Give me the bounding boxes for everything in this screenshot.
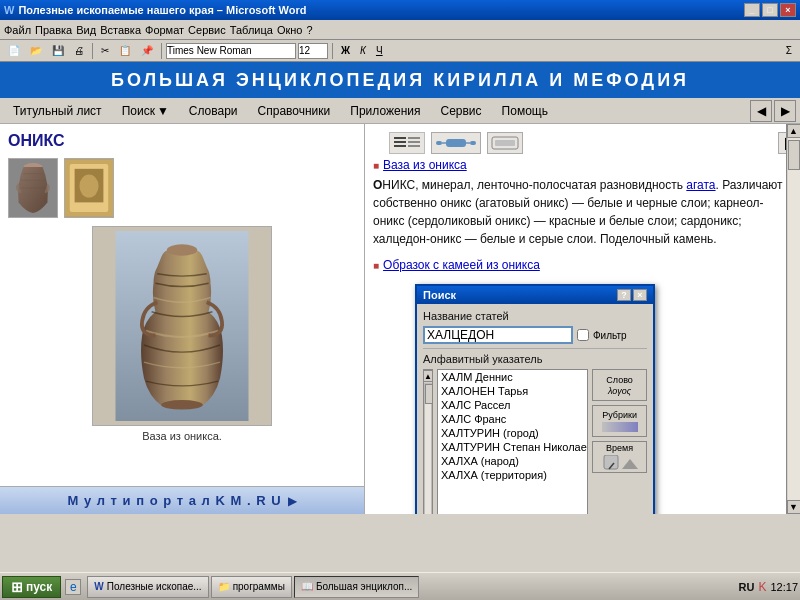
taskbar-item-programs[interactable]: 📁 программы [211, 576, 292, 598]
scrollbar-thumb[interactable] [788, 140, 800, 170]
nav-dictionaries[interactable]: Словари [180, 100, 247, 122]
time-label: Время [606, 443, 633, 453]
svg-point-7 [79, 175, 98, 198]
word-icon: W [4, 4, 14, 16]
taskbar-ie-icon[interactable]: e [65, 579, 81, 595]
lang-indicator: RU [739, 581, 755, 593]
filter-checkbox[interactable] [577, 329, 589, 341]
search-dialog: Поиск ? × Название статей Фильтр Алфавит… [415, 284, 655, 514]
cut-button[interactable]: ✂ [97, 42, 113, 60]
thumb-vase[interactable] [8, 158, 58, 218]
nav-references[interactable]: Справочники [249, 100, 340, 122]
format-icon3[interactable] [487, 132, 523, 154]
underline-button[interactable]: Ч [372, 42, 387, 60]
taskbar-item-encyclopedia[interactable]: 📖 Большая энциклоп... [294, 576, 419, 598]
dialog-title-bar: Поиск ? × [417, 286, 653, 304]
scroll-up[interactable]: ▲ [423, 370, 433, 382]
nav-service[interactable]: Сервис [431, 100, 490, 122]
list-item[interactable]: ХАЛТУРИН (город) [438, 426, 587, 440]
menu-format[interactable]: Формат [145, 24, 184, 36]
menu-edit[interactable]: Правка [35, 24, 72, 36]
print-button[interactable]: 🖨 [70, 42, 88, 60]
list-item[interactable]: ХАЛОНЕН Тарья [438, 384, 587, 398]
taskbar: ⊞ пуск e W Полезные ископае... 📁 програм… [0, 572, 800, 600]
dialog-close-btn[interactable]: × [633, 289, 647, 301]
font-size-input[interactable] [298, 43, 328, 59]
toolbar-row2: 📄 📂 💾 🖨 ✂ 📋 📌 Ж К Ч Σ [0, 40, 800, 62]
article-text-content: ОНИКС, минерал, ленточно-полосчатая разн… [373, 178, 783, 246]
menu-service[interactable]: Сервис [188, 24, 226, 36]
search-list[interactable]: ХАЛМ Деннис ХАЛОНЕН Тарья ХАЛС Рассел ХА… [437, 369, 588, 514]
copy-button[interactable]: 📋 [115, 42, 135, 60]
vase-image[interactable] [92, 226, 272, 426]
format-icon1[interactable] [389, 132, 425, 154]
menu-view[interactable]: Вид [76, 24, 96, 36]
start-button[interactable]: ⊞ пуск [2, 576, 61, 598]
portal-bar[interactable]: М у л т и п о р т а л K M . R U ▶ [0, 486, 364, 514]
list-item[interactable]: ХАЛС Рассел [438, 398, 587, 412]
scroll-track[interactable] [424, 383, 432, 514]
nav-back[interactable]: ◀ [750, 100, 772, 122]
alpha-label: Алфавитный указатель [423, 348, 647, 365]
menu-help[interactable]: ? [306, 24, 312, 36]
list-item[interactable]: ХАЛТУРИН Степан Николаевич [438, 440, 587, 454]
rubric-label: Рубрики [602, 410, 637, 420]
svg-rect-16 [408, 141, 420, 143]
agat-link[interactable]: агата [686, 178, 715, 192]
minimize-button[interactable]: _ [744, 3, 760, 17]
filter-label: Фильтр [593, 330, 627, 341]
nav-applications[interactable]: Приложения [341, 100, 429, 122]
clock: 12:17 [770, 581, 798, 593]
ie-icon: e [70, 580, 77, 594]
programs-icon: 📁 [218, 581, 230, 592]
scroll-down-arrow[interactable]: ▼ [787, 500, 801, 514]
sum-button[interactable]: Σ [782, 42, 796, 60]
menu-insert[interactable]: Вставка [100, 24, 141, 36]
nav-help[interactable]: Помощь [493, 100, 557, 122]
format-icon2[interactable] [431, 132, 481, 154]
menu-table[interactable]: Таблица [230, 24, 273, 36]
nav-title-page[interactable]: Титульный лист [4, 100, 111, 122]
nav-forward[interactable]: ▶ [774, 100, 796, 122]
open-button[interactable]: 📂 [26, 42, 46, 60]
right-panel: ▐ ■ Ваза из оникса ОНИКС, минерал, ленто… [365, 124, 800, 514]
list-item[interactable]: ХАЛМ Деннис [438, 370, 587, 384]
nav-bar: Титульный лист Поиск ▼ Словари Справочни… [0, 98, 800, 124]
svg-rect-12 [394, 137, 406, 139]
scrollbar-track[interactable] [788, 138, 800, 500]
word-button[interactable]: Слово λογος [592, 369, 647, 401]
taskbar-item-word[interactable]: W Полезные ископае... [87, 576, 208, 598]
right-scrollbar[interactable]: ▲ ▼ [786, 124, 800, 514]
save-button[interactable]: 💾 [48, 42, 68, 60]
italic-button[interactable]: К [356, 42, 370, 60]
list-scrollbar[interactable]: ▲ ▼ [423, 369, 433, 514]
dialog-help-btn[interactable]: ? [617, 289, 631, 301]
font-name-input[interactable] [166, 43, 296, 59]
search-input[interactable] [423, 326, 573, 344]
bold-button[interactable]: Ж [337, 42, 354, 60]
svg-rect-14 [394, 145, 406, 147]
menu-file[interactable]: Файл [4, 24, 31, 36]
article-title: ОНИКС [8, 132, 356, 150]
maximize-button[interactable]: □ [762, 3, 778, 17]
list-item[interactable]: ХАЛХА (народ) [438, 454, 587, 468]
word-taskbar-icon: W [94, 581, 103, 592]
scroll-up-arrow[interactable]: ▲ [787, 124, 801, 138]
list-item[interactable]: ХАЛХА (территория) [438, 468, 587, 482]
new-button[interactable]: 📄 [4, 42, 24, 60]
svg-rect-24 [495, 140, 515, 146]
rubric-button[interactable]: Рубрики [592, 405, 647, 437]
vase-link[interactable]: Ваза из оникса [383, 158, 467, 172]
nav-search[interactable]: Поиск ▼ [113, 100, 178, 122]
taskbar-programs-label: программы [233, 581, 285, 592]
time-button[interactable]: Время [592, 441, 647, 473]
thumb-icon[interactable] [64, 158, 114, 218]
vase-caption: Ваза из оникса. [8, 430, 356, 442]
menu-window[interactable]: Окно [277, 24, 303, 36]
scroll-thumb[interactable] [425, 384, 433, 404]
close-button[interactable]: × [780, 3, 796, 17]
paste-button[interactable]: 📌 [137, 42, 157, 60]
list-item[interactable]: ХАЛС Франс [438, 412, 587, 426]
image-icon: ■ [373, 160, 379, 171]
cameo-link[interactable]: Образок с камеей из оникса [383, 258, 540, 272]
